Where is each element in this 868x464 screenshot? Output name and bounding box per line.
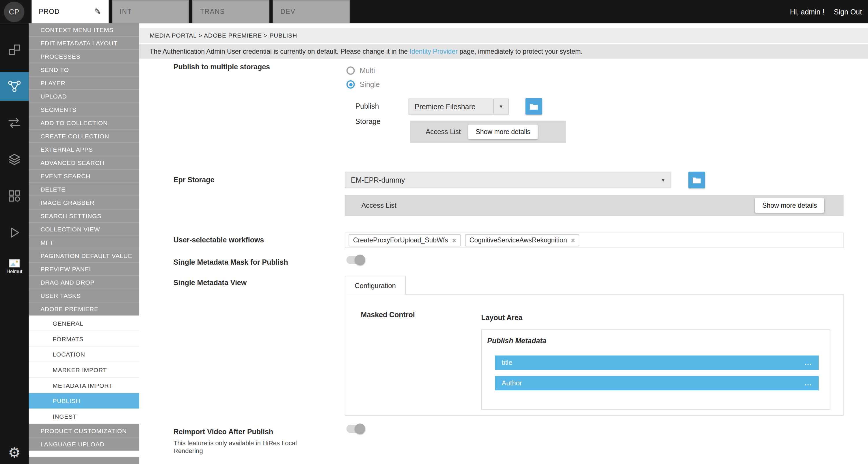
masked-control-label: Masked Control	[361, 311, 415, 319]
sidebar-item-context-menu-items[interactable]: CONTEXT MENU ITEMS	[29, 23, 139, 36]
show-more-details-button[interactable]: Show more details	[468, 124, 537, 139]
epr-storage-value: EM-EPR-dummy	[345, 176, 656, 184]
folder-icon	[692, 176, 702, 183]
sidebar-item-create-collection[interactable]: CREATE COLLECTION	[29, 129, 139, 143]
sidebar-item-mft[interactable]: MFT	[29, 236, 139, 249]
tab-prod-label: PROD	[39, 8, 60, 16]
row-menu-ellipsis[interactable]: ...	[804, 359, 812, 367]
workflow-tree-icon-glyph	[7, 79, 22, 94]
tab-trans-label: TRANS	[200, 8, 225, 16]
publish-storage-browse-button[interactable]	[526, 98, 542, 114]
sidebar-subitem-location[interactable]: LOCATION	[29, 347, 139, 362]
user-area: Hi, admin ! Sign Out	[790, 7, 868, 16]
sidebar-item-processes[interactable]: PROCESSES	[29, 50, 139, 63]
radio-option-multi[interactable]: Multi	[346, 66, 375, 75]
sidebar-item-edit-metadata-layout[interactable]: EDIT METADATA LAYOUT	[29, 36, 139, 50]
sidebar-subitem-marker-import[interactable]: MARKER IMPORT	[29, 362, 139, 378]
layout-area-label: Layout Area	[481, 314, 522, 322]
sidebar-item-add-to-collection[interactable]: ADD TO COLLECTION	[29, 116, 139, 129]
single-metadata-mask-toggle[interactable]	[346, 256, 364, 264]
sidebar-item-advanced-search[interactable]: ADVANCED SEARCH	[29, 156, 139, 169]
configuration-panel: Masked Control Layout Area Publish Metad…	[345, 294, 844, 416]
sidebar-item-adobe-premiere[interactable]: ADOBE PREMIERE	[29, 302, 139, 316]
sidebar-item-segments[interactable]: SEGMENTS	[29, 103, 139, 116]
dropdown-caret-icon: ▼	[493, 99, 508, 114]
radio-multi[interactable]	[346, 66, 355, 75]
epr-storage-dropdown[interactable]: EM-EPR-dummy ▼	[345, 172, 671, 188]
sidebar-item-delete[interactable]: DELETE	[29, 182, 139, 196]
tab-int[interactable]: INT	[112, 0, 189, 23]
tab-configuration[interactable]: Configuration	[345, 276, 406, 294]
sidebar-item-player[interactable]: PLAYER	[29, 76, 139, 90]
single-metadata-view-label: Single Metadata View	[174, 279, 247, 287]
icon-rail: Helmut ⚙	[0, 23, 29, 464]
transfer-arrows-icon[interactable]	[0, 109, 29, 138]
sidebar-item-product-customization[interactable]: PRODUCT CUSTOMIZATION	[29, 424, 139, 437]
tab-trans[interactable]: TRANS	[192, 0, 270, 23]
sidebar-item-collection-view[interactable]: COLLECTION VIEW	[29, 223, 139, 236]
tab-prod[interactable]: PROD ✎	[31, 0, 108, 23]
cubes-icon-glyph	[7, 43, 22, 57]
sidebar-item-event-search[interactable]: EVENT SEARCH	[29, 169, 139, 182]
warning-text-before: The Authentication Admin User credential…	[150, 48, 409, 56]
sidebar-item-send-to[interactable]: SEND TO	[29, 63, 139, 76]
row-menu-ellipsis[interactable]: ...	[804, 379, 812, 387]
layers-icon[interactable]	[0, 145, 29, 174]
app-window: CP PROD ✎ INT TRANS DEV Hi, admin ! Sign…	[0, 0, 868, 464]
publish-settings-form: Publish to multiple storages Multi Singl…	[139, 59, 868, 464]
epr-storage-browse-button[interactable]	[688, 172, 705, 188]
show-more-details-button[interactable]: Show more details	[755, 198, 824, 213]
identity-provider-link[interactable]: Identity Provider	[409, 48, 457, 56]
workflow-tree-icon[interactable]	[0, 72, 29, 101]
sidebar-item-user-tasks[interactable]: USER TASKS	[29, 289, 139, 302]
sidebar-filler	[29, 457, 139, 464]
sidebar-menu: CONTEXT MENU ITEMS EDIT METADATA LAYOUT …	[29, 23, 139, 464]
publish-storage-value: Premiere Fileshare	[409, 103, 494, 111]
metadata-field-row-author[interactable]: Author ...	[495, 376, 818, 390]
toggle-knob	[355, 424, 365, 434]
remove-tag-icon[interactable]: ×	[452, 237, 456, 244]
dropdown-caret-icon: ▼	[656, 177, 671, 182]
metadata-field-row-title[interactable]: title ...	[495, 355, 818, 370]
radio-option-single[interactable]: Single	[346, 80, 380, 89]
folder-icon	[529, 103, 538, 110]
sidebar-item-image-grabber[interactable]: IMAGE GRABBER	[29, 196, 139, 209]
topbar: CP PROD ✎ INT TRANS DEV Hi, admin ! Sign…	[0, 0, 868, 23]
edit-pen-icon: ✎	[94, 7, 102, 17]
workflow-tag-label: CognitiveServiceAwsRekognition	[469, 236, 567, 244]
cubes-icon[interactable]	[0, 35, 29, 64]
sidebar-item-preview-panel[interactable]: PREVIEW PANEL	[29, 262, 139, 276]
settings-gear-icon[interactable]: ⚙	[8, 446, 21, 460]
radio-single[interactable]	[346, 80, 355, 89]
remove-tag-icon[interactable]: ×	[571, 237, 575, 244]
modules-icon[interactable]	[0, 182, 29, 211]
sidebar-subitem-ingest[interactable]: INGEST	[29, 408, 139, 424]
warning-banner: The Authentication Admin User credential…	[139, 44, 868, 59]
publish-storage-access-box: Access List Show more details	[410, 121, 566, 143]
sign-out-link[interactable]: Sign Out	[834, 7, 862, 16]
radio-multi-label: Multi	[360, 66, 375, 75]
publish-storage-dropdown[interactable]: Premiere Fileshare ▼	[409, 98, 509, 115]
sidebar-item-search-settings[interactable]: SEARCH SETTINGS	[29, 209, 139, 223]
workflows-label: User-selectable workflows	[174, 236, 264, 244]
helmut-label: Helmut	[7, 268, 23, 274]
sidebar-subitem-publish[interactable]: PUBLISH	[29, 393, 139, 409]
sidebar-subitem-metadata-import[interactable]: METADATA IMPORT	[29, 378, 139, 393]
workflow-tags-input[interactable]: CreateProxyForUpload_SubWfs × CognitiveS…	[345, 233, 844, 248]
sidebar-item-upload[interactable]: UPLOAD	[29, 90, 139, 103]
helmut-app-item[interactable]: Helmut	[7, 259, 23, 274]
reimport-video-toggle[interactable]	[346, 425, 364, 433]
toggle-knob	[355, 255, 365, 265]
workflow-tag-chip: CreateProxyForUpload_SubWfs ×	[348, 234, 461, 246]
sidebar-item-language-upload[interactable]: LANGUAGE UPLOAD	[29, 437, 139, 451]
sidebar-subitem-formats[interactable]: FORMATS	[29, 331, 139, 347]
tab-dev[interactable]: DEV	[273, 0, 350, 23]
app-logo[interactable]: CP	[4, 1, 24, 22]
sidebar-item-pagination-default-value[interactable]: PAGINATION DEFAULT VALUE	[29, 249, 139, 262]
user-greeting: Hi, admin !	[790, 7, 825, 16]
breadcrumb: MEDIA PORTAL > ADOBE PREMIERE > PUBLISH	[139, 28, 868, 44]
sidebar-item-drag-and-drop[interactable]: DRAG AND DROP	[29, 276, 139, 289]
player-icon[interactable]	[0, 218, 29, 247]
sidebar-subitem-general[interactable]: GENERAL	[29, 316, 139, 331]
sidebar-item-external-apps[interactable]: EXTERNAL APPS	[29, 143, 139, 156]
